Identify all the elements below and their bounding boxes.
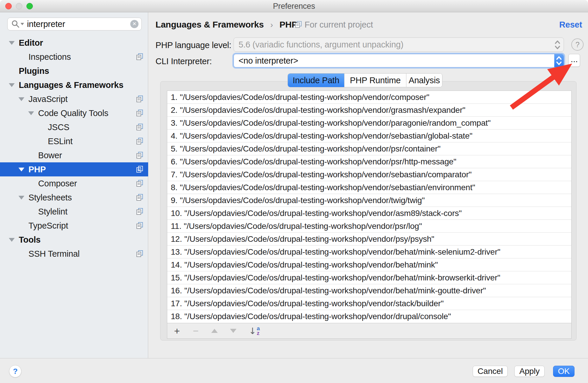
expand-triangle-icon[interactable]: [18, 196, 24, 200]
apply-button[interactable]: Apply: [514, 366, 545, 377]
expand-triangle-icon[interactable]: [9, 238, 15, 242]
expand-triangle-icon[interactable]: [18, 97, 24, 101]
zoom-button[interactable]: [26, 3, 33, 9]
close-button[interactable]: [5, 3, 12, 9]
include-path-row[interactable]: 9."/Users/opdavies/Code/os/drupal-testin…: [167, 194, 571, 207]
row-number: 10.: [171, 209, 182, 218]
breadcrumb-separator-icon: ›: [270, 20, 273, 29]
sidebar-item-label: Stylesheets: [28, 193, 72, 202]
tab-analysis[interactable]: Analysis: [406, 74, 442, 87]
main-panel: Languages & Frameworks › PHP For current…: [148, 12, 588, 358]
row-path: "/Users/opdavies/Code/os/drupal-testing-…: [184, 222, 422, 231]
cancel-button[interactable]: Cancel: [473, 366, 508, 377]
expand-triangle-icon[interactable]: [9, 83, 15, 87]
per-project-settings-icon: [295, 21, 302, 28]
per-project-settings-icon: [136, 166, 143, 173]
row-path: "/Users/opdavies/Code/os/drupal-testing-…: [184, 209, 462, 218]
sort-arrow-icon: ↓: [249, 326, 256, 336]
search-box[interactable]: ✕: [7, 18, 142, 30]
include-path-row[interactable]: 2."/Users/opdavies/Code/os/drupal-testin…: [167, 104, 571, 117]
sidebar-item-php[interactable]: PHP: [0, 162, 148, 176]
include-path-row[interactable]: 8."/Users/opdavies/Code/os/drupal-testin…: [167, 181, 571, 194]
sidebar-item-bower[interactable]: Bower: [0, 148, 148, 162]
expand-triangle-icon[interactable]: [18, 168, 24, 171]
row-number: 5.: [171, 144, 178, 153]
row-number: 8.: [171, 183, 178, 192]
row-path: "/Users/opdavies/Code/os/drupal-testing-…: [180, 196, 425, 205]
search-options-chevron-icon[interactable]: [21, 23, 24, 25]
sidebar-item-plugins[interactable]: Plugins: [0, 64, 148, 78]
row-number: 17.: [171, 299, 182, 308]
sidebar-item-stylelint[interactable]: Stylelint: [0, 205, 148, 219]
minimize-button: [16, 3, 22, 9]
include-path-row[interactable]: 11."/Users/opdavies/Code/os/drupal-testi…: [167, 220, 571, 233]
sidebar-item-editor[interactable]: Editor: [0, 36, 148, 50]
row-path: "/Users/opdavies/Code/os/drupal-testing-…: [184, 299, 444, 308]
sidebar-item-label: Inspections: [28, 52, 71, 62]
include-path-row[interactable]: 4."/Users/opdavies/Code/os/drupal-testin…: [167, 130, 571, 142]
include-path-row[interactable]: 18."/Users/opdavies/Code/os/drupal-testi…: [167, 310, 571, 323]
php-language-level-select: 5.6 (variadic functions, argument unpack…: [234, 38, 564, 52]
include-path-row[interactable]: 15."/Users/opdavies/Code/os/drupal-testi…: [167, 271, 571, 284]
tab-php-runtime[interactable]: PHP Runtime: [344, 74, 406, 87]
tab-include-path[interactable]: Include Path: [288, 74, 344, 87]
sort-button[interactable]: ↓ a z: [249, 326, 260, 336]
settings-tree: EditorInspectionsPluginsLanguages & Fram…: [0, 36, 148, 261]
per-project-settings-icon: [136, 250, 143, 258]
sidebar-item-label: Composer: [38, 179, 77, 188]
sidebar-item-code-quality-tools[interactable]: Code Quality Tools: [0, 106, 148, 120]
cli-interpreter-select[interactable]: <no interpreter>: [234, 54, 564, 67]
row-number: 13.: [171, 247, 182, 256]
clear-search-icon[interactable]: ✕: [130, 20, 138, 28]
row-path: "/Users/opdavies/Code/os/drupal-testing-…: [180, 131, 472, 140]
sidebar: ✕ EditorInspectionsPluginsLanguages & Fr…: [0, 12, 148, 358]
include-path-row[interactable]: 17."/Users/opdavies/Code/os/drupal-testi…: [167, 297, 571, 310]
include-path-row[interactable]: 16."/Users/opdavies/Code/os/drupal-testi…: [167, 284, 571, 297]
add-button[interactable]: +: [172, 326, 182, 336]
expand-triangle-icon[interactable]: [9, 41, 15, 45]
sidebar-item-typescript[interactable]: TypeScript: [0, 219, 148, 233]
sidebar-item-tools[interactable]: Tools: [0, 233, 148, 247]
browse-button[interactable]: ...: [568, 54, 580, 67]
cli-select-stepper-icon[interactable]: [554, 54, 564, 67]
sidebar-item-ssh-terminal[interactable]: SSH Terminal: [0, 247, 148, 261]
include-path-row[interactable]: 10."/Users/opdavies/Code/os/drupal-testi…: [167, 207, 571, 220]
sidebar-item-label: Editor: [19, 38, 43, 47]
row-path: "/Users/opdavies/Code/os/drupal-testing-…: [180, 144, 440, 153]
move-down-button[interactable]: [230, 329, 236, 333]
sidebar-item-languages-frameworks[interactable]: Languages & Frameworks: [0, 78, 148, 92]
sidebar-item-eslint[interactable]: ESLint: [0, 134, 148, 148]
remove-button[interactable]: −: [191, 326, 201, 336]
sidebar-item-jscs[interactable]: JSCS: [0, 120, 148, 134]
breadcrumb-item-languages-frameworks[interactable]: Languages & Frameworks: [156, 20, 264, 29]
include-path-row[interactable]: 1."/Users/opdavies/Code/os/drupal-testin…: [167, 91, 571, 104]
sidebar-item-javascript[interactable]: JavaScript: [0, 92, 148, 106]
sidebar-item-stylesheets[interactable]: Stylesheets: [0, 190, 148, 205]
include-path-row[interactable]: 3."/Users/opdavies/Code/os/drupal-testin…: [167, 117, 571, 130]
expand-triangle-icon[interactable]: [28, 111, 34, 115]
ok-button[interactable]: OK: [553, 366, 575, 377]
row-number: 12.: [171, 234, 182, 244]
include-path-row[interactable]: 14."/Users/opdavies/Code/os/drupal-testi…: [167, 258, 571, 271]
move-up-button[interactable]: [211, 329, 218, 333]
include-path-row[interactable]: 5."/Users/opdavies/Code/os/drupal-testin…: [167, 142, 571, 155]
sidebar-item-label: Plugins: [19, 66, 49, 76]
include-path-row[interactable]: 6."/Users/opdavies/Code/os/drupal-testin…: [167, 155, 571, 168]
reset-link[interactable]: Reset: [559, 18, 582, 32]
list-toolbar: + − ↓ a z: [167, 323, 572, 339]
sidebar-item-inspections[interactable]: Inspections: [0, 50, 148, 64]
search-input[interactable]: [26, 19, 130, 29]
help-button[interactable]: ?: [9, 365, 21, 377]
row-path: "/Users/opdavies/Code/os/drupal-testing-…: [184, 260, 438, 269]
include-path-row[interactable]: 7."/Users/opdavies/Code/os/drupal-testin…: [167, 168, 571, 181]
row-number: 9.: [171, 196, 178, 205]
sidebar-item-composer[interactable]: Composer: [0, 176, 148, 190]
include-path-row[interactable]: 12."/Users/opdavies/Code/os/drupal-testi…: [167, 233, 571, 246]
sidebar-item-label: Stylelint: [38, 207, 67, 216]
row-path: "/Users/opdavies/Code/os/drupal-testing-…: [184, 273, 500, 282]
per-project-settings-icon: [136, 53, 143, 61]
context-help-button[interactable]: ?: [571, 38, 584, 51]
sidebar-item-label: SSH Terminal: [28, 249, 80, 258]
include-path-row[interactable]: 13."/Users/opdavies/Code/os/drupal-testi…: [167, 246, 571, 258]
row-number: 14.: [171, 260, 182, 269]
